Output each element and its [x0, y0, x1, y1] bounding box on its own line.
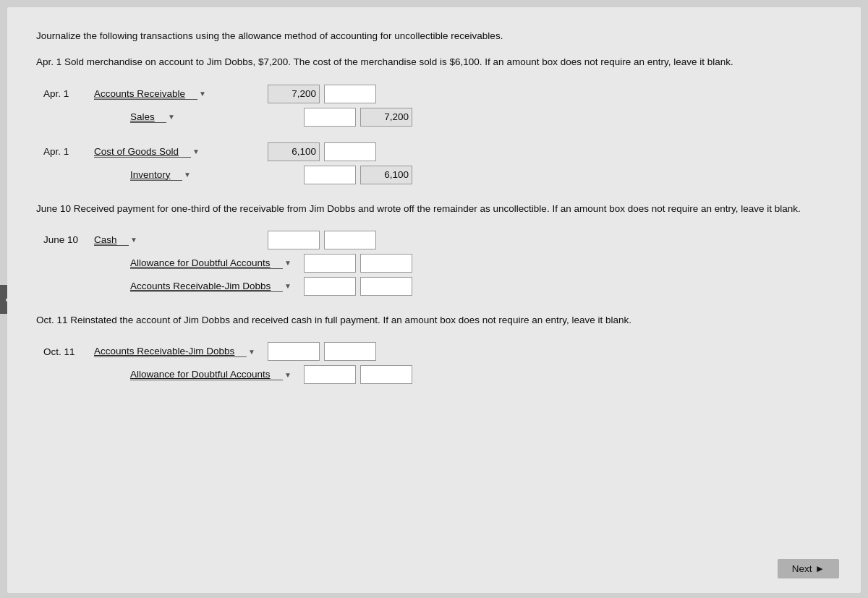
main-instruction: Journalize the following transactions us…	[36, 29, 832, 43]
next-button[interactable]: Next ►	[778, 559, 839, 578]
june10-amounts1	[268, 231, 376, 249]
oct11-row2: Allowance for Doubtful Accounts ▼	[43, 365, 832, 384]
apr1-account3-select[interactable]: Cost of Goods Sold	[94, 146, 191, 158]
oct11-credit2[interactable]	[360, 365, 412, 384]
june10-credit3[interactable]	[360, 277, 412, 296]
apr1-date-label: Apr. 1	[43, 88, 94, 99]
apr1-account4-wrapper: Inventory ▼	[130, 169, 297, 181]
june10-credit1[interactable]	[324, 231, 376, 249]
apr1-debit4[interactable]	[304, 166, 356, 184]
june10-amounts3	[304, 277, 412, 296]
apr1-credit2[interactable]	[360, 108, 412, 127]
apr1-amounts1	[268, 85, 376, 103]
apr1-debit2[interactable]	[304, 108, 356, 127]
apr1-account4-select[interactable]: Inventory	[130, 169, 182, 181]
oct11-account1-arrow[interactable]: ▼	[248, 348, 255, 356]
apr1-amounts3	[268, 142, 376, 161]
june10-account2-wrapper: Allowance for Doubtful Accounts ▼	[130, 257, 297, 269]
june10-credit2[interactable]	[360, 254, 412, 273]
oct11-debit1[interactable]	[268, 342, 320, 361]
june10-account3-select[interactable]: Accounts Receivable-Jim Dobbs	[130, 281, 283, 292]
apr1-account2-arrow[interactable]: ▼	[168, 113, 175, 121]
transaction1-instruction: Apr. 1 Sold merchandise on account to Ji…	[36, 55, 832, 69]
apr1-account1-wrapper: Accounts Receivable ▼	[94, 88, 260, 100]
oct11-row1: Oct. 11 Accounts Receivable-Jim Dobbs ▼	[43, 342, 832, 361]
june10-debit3[interactable]	[304, 277, 356, 296]
main-content: Journalize the following transactions us…	[7, 7, 861, 593]
apr1-section: Apr. 1 Accounts Receivable ▼ Sales ▼	[43, 85, 832, 184]
next-button-arrow: ►	[815, 563, 825, 574]
transaction3-instruction: Oct. 11 Reinstated the account of Jim Do…	[36, 313, 832, 328]
june10-section: June 10 Cash ▼ Allowance for Doubtful Ac…	[43, 231, 832, 296]
apr1-debit3[interactable]	[268, 142, 320, 161]
apr1-credit1[interactable]	[324, 85, 376, 103]
june10-account1-select[interactable]: Cash	[94, 234, 129, 246]
june10-account3-wrapper: Accounts Receivable-Jim Dobbs ▼	[130, 281, 297, 292]
june10-account1-arrow[interactable]: ▼	[130, 236, 137, 244]
oct11-account1-select[interactable]: Accounts Receivable-Jim Dobbs	[94, 346, 247, 357]
oct11-account1-wrapper: Accounts Receivable-Jim Dobbs ▼	[94, 346, 260, 357]
june10-row2: Allowance for Doubtful Accounts ▼	[43, 254, 832, 273]
oct11-account2-wrapper: Allowance for Doubtful Accounts ▼	[130, 369, 297, 380]
oct11-date-label: Oct. 11	[43, 346, 94, 357]
apr1-credit3[interactable]	[324, 142, 376, 161]
apr1-row4: Inventory ▼	[43, 166, 832, 184]
june10-account2-arrow[interactable]: ▼	[284, 259, 292, 267]
june10-debit1[interactable]	[268, 231, 320, 249]
oct11-account2-select[interactable]: Allowance for Doubtful Accounts	[130, 369, 283, 380]
transaction2-instruction: June 10 Received payment for one-third o…	[36, 202, 832, 216]
oct11-account2-arrow[interactable]: ▼	[284, 371, 292, 379]
apr1-date-label2: Apr. 1	[43, 146, 94, 157]
oct11-credit1[interactable]	[324, 342, 376, 361]
next-button-label: Next	[792, 563, 812, 574]
june10-row3: Accounts Receivable-Jim Dobbs ▼	[43, 277, 832, 296]
june10-debit2[interactable]	[304, 254, 356, 273]
apr1-amounts4	[304, 166, 412, 184]
apr1-account2-wrapper: Sales ▼	[130, 111, 297, 123]
apr1-account3-arrow[interactable]: ▼	[192, 148, 200, 155]
apr1-row3: Apr. 1 Cost of Goods Sold ▼	[43, 142, 832, 161]
apr1-debit1[interactable]	[268, 85, 320, 103]
june10-amounts2	[304, 254, 412, 273]
oct11-debit2[interactable]	[304, 365, 356, 384]
apr1-account2-select[interactable]: Sales	[130, 111, 166, 123]
june10-account3-arrow[interactable]: ▼	[284, 282, 292, 290]
apr1-row2: Sales ▼	[43, 108, 832, 127]
oct11-amounts2	[304, 365, 412, 384]
apr1-account3-wrapper: Cost of Goods Sold ▼	[94, 146, 260, 158]
apr1-credit4[interactable]	[360, 166, 412, 184]
apr1-amounts2	[304, 108, 412, 127]
oct11-amounts1	[268, 342, 376, 361]
june10-date-label: June 10	[43, 234, 94, 245]
apr1-account1-select[interactable]: Accounts Receivable	[94, 88, 197, 100]
apr1-account4-arrow[interactable]: ▼	[184, 171, 191, 179]
june10-account1-wrapper: Cash ▼	[94, 234, 260, 246]
apr1-row1: Apr. 1 Accounts Receivable ▼	[43, 85, 832, 103]
june10-account2-select[interactable]: Allowance for Doubtful Accounts	[130, 257, 283, 269]
june10-row1: June 10 Cash ▼	[43, 231, 832, 249]
oct11-section: Oct. 11 Accounts Receivable-Jim Dobbs ▼ …	[43, 342, 832, 384]
apr1-account1-arrow[interactable]: ▼	[199, 90, 206, 98]
